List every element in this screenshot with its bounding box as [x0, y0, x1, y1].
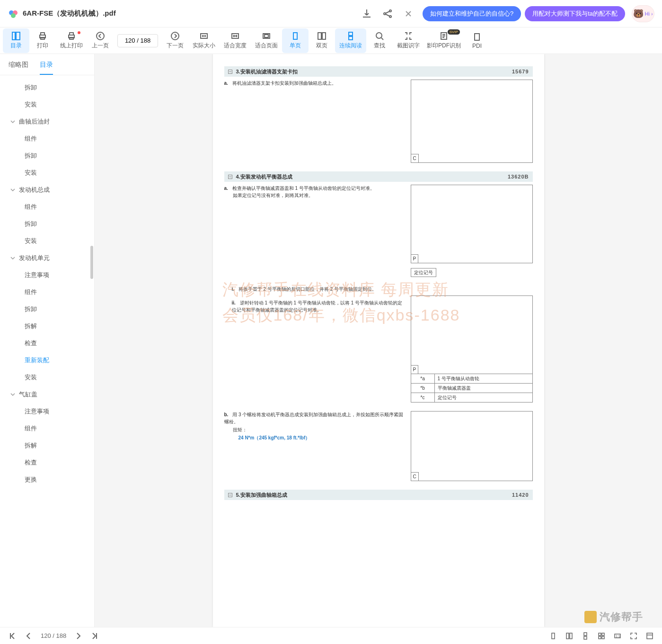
tool-continuous[interactable]: 连续阅读: [335, 28, 366, 53]
collapse-icon: [228, 175, 232, 179]
svg-point-3: [384, 13, 386, 15]
tree-parent-item[interactable]: 气缸盖: [0, 386, 94, 403]
tool-fit-page[interactable]: 适合页面: [251, 28, 282, 53]
page-number-input[interactable]: [117, 34, 158, 47]
suggestion-pill-1[interactable]: 如何建立和维护自己的自信心?: [423, 6, 521, 21]
svg-rect-32: [584, 636, 587, 639]
tree-item-label: 检查: [25, 458, 37, 467]
table-row: *a1 号平衡轴从动齿轮: [411, 374, 532, 384]
tab-toc[interactable]: 目录: [40, 58, 53, 75]
fullscreen-icon[interactable]: [630, 632, 637, 640]
tree-child-item[interactable]: 拆解: [0, 437, 94, 454]
view-double-icon[interactable]: [565, 632, 573, 640]
continuous-icon: [346, 31, 355, 41]
tree-child-item[interactable]: 拆卸: [0, 301, 94, 318]
page-layout-icon[interactable]: [646, 632, 653, 640]
avatar-badge[interactable]: 🐻 Hi ›: [632, 5, 654, 22]
file-title: 6AR-FSE（发动机机械）.pdf: [23, 9, 116, 18]
tree-parent-item[interactable]: 发动机单元: [0, 250, 94, 267]
view-single-icon[interactable]: [549, 632, 557, 640]
svg-rect-7: [16, 32, 20, 40]
sidebar: 缩略图 目录 拆卸安装曲轴后油封组件拆卸安装发动机总成组件拆卸安装发动机单元注意…: [0, 54, 95, 627]
figure-3a: C: [411, 80, 533, 163]
table-row: *c定位记号: [411, 393, 532, 402]
tool-prev-page[interactable]: 上一页: [87, 28, 114, 53]
suggestion-pill-2[interactable]: 用配对大师测下我与ta的配不配: [525, 6, 625, 21]
tree-child-item[interactable]: 安装: [0, 164, 94, 181]
tree-child-item[interactable]: 重新装配: [0, 352, 94, 369]
prev-page-icon[interactable]: [25, 632, 32, 640]
section-header-5: 5.安装加强曲轴箱总成 11420: [224, 490, 533, 500]
tool-find[interactable]: 查找: [366, 28, 393, 53]
tree-child-item[interactable]: 安装: [0, 233, 94, 250]
tree-child-item[interactable]: 组件: [0, 284, 94, 301]
tree-child-item[interactable]: 更换: [0, 471, 94, 488]
pdf-page: 3.安装机油滤清器支架卡扣 15679 a. 将机油滤清器支架卡扣安装到加强曲轴…: [213, 54, 544, 627]
tree-child-item[interactable]: 拆卸: [0, 147, 94, 164]
close-icon[interactable]: [405, 10, 412, 18]
svg-rect-22: [322, 33, 326, 39]
tree-child-item[interactable]: 拆卸: [0, 79, 94, 96]
tree-item-label: 曲轴后油封: [19, 117, 50, 126]
tree-child-item[interactable]: 拆卸: [0, 215, 94, 233]
svg-rect-31: [584, 633, 587, 635]
svg-rect-20: [293, 33, 297, 39]
tree-item-label: 更换: [25, 475, 37, 484]
tree-child-item[interactable]: 检查: [0, 454, 94, 471]
tree-child-item[interactable]: 注意事项: [0, 267, 94, 284]
share-icon[interactable]: [382, 8, 393, 19]
figure-4ii: P: [411, 295, 533, 374]
scrollbar-thumb[interactable]: [90, 246, 93, 279]
tree-item-label: 重新装配: [25, 356, 49, 365]
svg-rect-23: [349, 32, 353, 36]
tree-item-label: 组件: [25, 134, 37, 143]
tool-double-page[interactable]: 双页: [309, 28, 335, 53]
svg-point-2: [11, 13, 16, 18]
actual-size-icon: [199, 31, 209, 41]
tree-parent-item[interactable]: 发动机总成: [0, 181, 94, 198]
tool-toc[interactable]: 目录: [3, 28, 29, 53]
svg-rect-27: [475, 34, 479, 40]
zoom-reset-icon[interactable]: 1:1: [614, 632, 621, 640]
tool-pdf-extra[interactable]: PDI: [464, 28, 490, 53]
svg-point-14: [97, 32, 104, 40]
tool-next-page[interactable]: 下一页: [162, 28, 188, 53]
tree-child-item[interactable]: 检查: [0, 335, 94, 352]
online-print-icon: [67, 31, 76, 41]
caret-down-icon: [10, 188, 15, 192]
tool-print[interactable]: 打印: [29, 28, 56, 53]
figure-4b: C: [411, 411, 533, 481]
view-continuous-icon[interactable]: [582, 632, 589, 640]
tree-child-item[interactable]: 安装: [0, 96, 94, 113]
tree-child-item[interactable]: 组件: [0, 130, 94, 147]
tree-parent-item[interactable]: 曲轴后油封: [0, 113, 94, 130]
tree-child-item[interactable]: 安装: [0, 369, 94, 386]
next-page-icon[interactable]: [75, 632, 82, 640]
first-page-icon[interactable]: [9, 632, 16, 640]
tree-child-item[interactable]: 注意事项: [0, 403, 94, 420]
crop-icon: [404, 31, 413, 41]
tree-child-item[interactable]: 组件: [0, 198, 94, 215]
tree-item-label: 安装: [25, 237, 37, 245]
tool-screenshot-ocr[interactable]: 截图识字: [393, 28, 424, 53]
tree-child-item[interactable]: 组件: [0, 420, 94, 437]
view-grid-icon[interactable]: [598, 632, 605, 640]
svg-point-15: [171, 32, 179, 40]
last-page-icon[interactable]: [91, 632, 98, 640]
tool-fit-width[interactable]: 适合宽度: [220, 28, 251, 53]
tool-single-page[interactable]: 单页: [282, 28, 309, 53]
tool-actual-size[interactable]: 实际大小: [188, 28, 220, 53]
tree-item-label: 拆卸: [25, 220, 37, 228]
download-icon[interactable]: [361, 8, 372, 19]
document-viewport[interactable]: 3.安装机油滤清器支架卡扣 15679 a. 将机油滤清器支架卡扣安装到加强曲轴…: [95, 54, 662, 627]
toc-tree[interactable]: 拆卸安装曲轴后油封组件拆卸安装发动机总成组件拆卸安装发动机单元注意事项组件拆卸拆…: [0, 75, 94, 627]
tab-thumbnails[interactable]: 缩略图: [9, 58, 28, 75]
tree-item-label: 拆解: [25, 441, 37, 450]
document-scan-icon: [439, 31, 449, 41]
tree-child-item[interactable]: 拆解: [0, 318, 94, 335]
tool-online-print[interactable]: 线上打印: [56, 28, 87, 53]
caret-down-icon: [10, 119, 15, 124]
tool-shadow-pdf[interactable]: SVIP 影印PDF识别: [424, 28, 464, 53]
fit-width-icon: [230, 31, 240, 41]
callout-table: *a1 号平衡轴从动齿轮*b平衡轴减震器盖*c定位记号: [411, 374, 533, 402]
